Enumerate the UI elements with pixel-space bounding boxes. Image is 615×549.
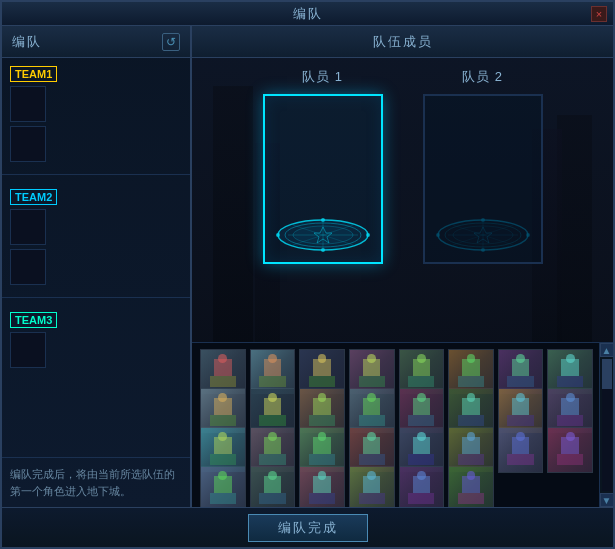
scroll-down-button[interactable]: ▼ xyxy=(600,493,614,507)
char-cell[interactable] xyxy=(399,466,445,507)
left-panel: 编队 ↺ TEAM1 TEAM2 xyxy=(2,26,192,507)
divider-1 xyxy=(2,174,190,175)
char-cell[interactable] xyxy=(200,388,246,434)
team2-slot-2[interactable] xyxy=(10,249,46,285)
char-cell[interactable] xyxy=(299,466,345,507)
divider-2 xyxy=(2,297,190,298)
member2-slot: 队员 2 xyxy=(423,68,543,264)
char-cell[interactable] xyxy=(547,388,593,434)
member1-card[interactable] xyxy=(263,94,383,264)
char-cell[interactable] xyxy=(250,388,296,434)
svg-point-21 xyxy=(526,233,530,237)
char-cell[interactable] xyxy=(448,427,494,473)
left-panel-title: 编队 xyxy=(12,33,42,51)
team2-section: TEAM2 xyxy=(2,181,190,291)
team1-label: TEAM1 xyxy=(10,66,57,82)
char-cell[interactable] xyxy=(547,349,593,395)
char-cell[interactable] xyxy=(349,349,395,395)
magic-circle-1 xyxy=(273,217,373,252)
team1-slot-2[interactable] xyxy=(10,126,46,162)
left-panel-header: 编队 ↺ xyxy=(2,26,190,58)
team1-section: TEAM1 xyxy=(2,58,190,168)
char-cell[interactable] xyxy=(200,427,246,473)
svg-point-20 xyxy=(436,233,440,237)
char-cell[interactable] xyxy=(299,427,345,473)
team1-slot-1[interactable] xyxy=(10,86,46,122)
team3-slots xyxy=(10,332,182,368)
right-panel: 队伍成员 队员 1 xyxy=(192,26,613,507)
magic-circle-2 xyxy=(433,217,533,252)
char-cell[interactable] xyxy=(299,349,345,395)
team2-slots xyxy=(10,209,182,285)
team3-section: TEAM3 xyxy=(2,304,190,374)
char-cell[interactable] xyxy=(448,466,494,507)
left-panel-footer: 编队完成后，将由当前所选队伍的第一个角色进入地下城。 xyxy=(2,457,190,507)
char-cell[interactable] xyxy=(448,388,494,434)
team3-label: TEAM3 xyxy=(10,312,57,328)
right-panel-header: 队伍成员 xyxy=(192,26,613,58)
char-cell[interactable] xyxy=(498,388,544,434)
scroll-track xyxy=(602,359,612,491)
complete-button[interactable]: 编队完成 xyxy=(248,514,368,542)
char-cell[interactable] xyxy=(250,466,296,507)
character-grid xyxy=(192,343,613,507)
char-cell[interactable] xyxy=(200,466,246,507)
members-container: 队员 1 xyxy=(192,58,613,342)
character-grid-area: ▲ ▼ xyxy=(192,342,613,507)
char-cell[interactable] xyxy=(399,388,445,434)
window-title: 编队 xyxy=(293,5,323,23)
char-cell[interactable] xyxy=(448,349,494,395)
team2-slot-1[interactable] xyxy=(10,209,46,245)
scroll-thumb[interactable] xyxy=(602,359,612,389)
main-window: 编队 × 编队 ↺ TEAM1 TEAM2 xyxy=(0,0,615,549)
char-cell[interactable] xyxy=(250,349,296,395)
vertical-scrollbar: ▲ ▼ xyxy=(599,343,613,507)
refresh-button[interactable]: ↺ xyxy=(162,33,180,51)
char-cell[interactable] xyxy=(547,427,593,473)
member1-label: 队员 1 xyxy=(302,68,343,86)
char-cell[interactable] xyxy=(349,427,395,473)
svg-point-12 xyxy=(278,220,368,250)
char-cell[interactable] xyxy=(250,427,296,473)
char-cell[interactable] xyxy=(299,388,345,434)
right-panel-title: 队伍成员 xyxy=(373,33,433,51)
title-bar: 编队 × xyxy=(2,2,613,26)
team1-slots xyxy=(10,86,182,162)
member2-label: 队员 2 xyxy=(462,68,503,86)
char-cell[interactable] xyxy=(498,349,544,395)
scroll-up-button[interactable]: ▲ xyxy=(600,343,614,357)
member2-card[interactable] xyxy=(423,94,543,264)
char-cell[interactable] xyxy=(349,466,395,507)
footer-text: 编队完成后，将由当前所选队伍的第一个角色进入地下城。 xyxy=(10,466,182,499)
char-cell[interactable] xyxy=(399,427,445,473)
close-button[interactable]: × xyxy=(591,6,607,22)
main-content: 编队 ↺ TEAM1 TEAM2 xyxy=(2,26,613,507)
team2-label: TEAM2 xyxy=(10,189,57,205)
svg-point-23 xyxy=(481,248,485,252)
member1-slot: 队员 1 xyxy=(263,68,383,264)
char-cell[interactable] xyxy=(399,349,445,395)
team3-slot-1[interactable] xyxy=(10,332,46,368)
bottom-bar: 编队完成 xyxy=(2,507,613,547)
char-cell[interactable] xyxy=(200,349,246,395)
svg-point-22 xyxy=(481,218,485,222)
char-cell[interactable] xyxy=(498,427,544,473)
team-members-area: 队员 1 xyxy=(192,58,613,342)
char-cell[interactable] xyxy=(349,388,395,434)
